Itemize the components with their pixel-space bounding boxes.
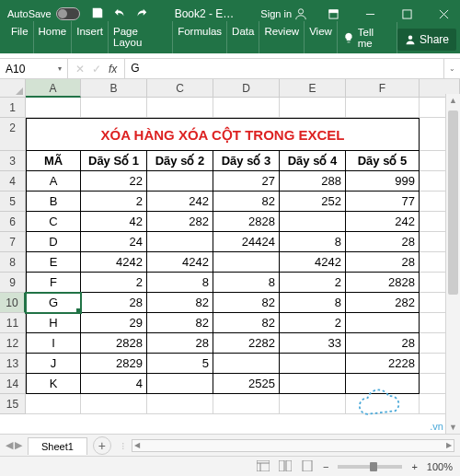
cell[interactable]: 8 bbox=[280, 232, 346, 252]
row-header[interactable]: 2 bbox=[0, 118, 26, 151]
cell[interactable]: 82 bbox=[213, 313, 280, 333]
row-header[interactable]: 6 bbox=[0, 212, 26, 232]
enter-icon[interactable]: ✓ bbox=[92, 63, 101, 75]
cell[interactable] bbox=[147, 171, 213, 192]
vertical-scrollbar[interactable] bbox=[445, 94, 460, 434]
autosave-toggle[interactable]: AutoSave bbox=[0, 7, 80, 20]
cell[interactable] bbox=[280, 212, 346, 232]
row-header[interactable]: 7 bbox=[0, 232, 26, 252]
row-header[interactable]: 9 bbox=[0, 273, 26, 293]
cell[interactable] bbox=[280, 394, 346, 414]
cell[interactable] bbox=[213, 394, 280, 414]
cell[interactable]: 22 bbox=[81, 171, 147, 192]
column-header[interactable]: C bbox=[147, 79, 213, 98]
cell[interactable]: 77 bbox=[346, 192, 420, 212]
cell[interactable]: 28 bbox=[346, 333, 420, 354]
cell[interactable]: D bbox=[26, 232, 81, 252]
cell[interactable] bbox=[147, 394, 213, 414]
select-all-corner[interactable] bbox=[0, 79, 26, 98]
cell[interactable] bbox=[346, 98, 420, 118]
cell[interactable]: MÃ bbox=[26, 151, 81, 171]
row-header[interactable]: 14 bbox=[0, 374, 26, 394]
cell[interactable]: 2828 bbox=[213, 212, 280, 232]
row-header[interactable]: 5 bbox=[0, 192, 26, 212]
column-header[interactable]: E bbox=[280, 79, 346, 98]
cell[interactable]: 28 bbox=[346, 232, 420, 252]
row-header[interactable]: 3 bbox=[0, 151, 26, 171]
cell[interactable]: Dãy số 5 bbox=[346, 151, 420, 171]
cell[interactable]: 29 bbox=[81, 313, 147, 333]
cell[interactable]: 2 bbox=[81, 192, 147, 212]
cell[interactable]: 282 bbox=[346, 293, 420, 313]
fx-icon[interactable]: fx bbox=[109, 63, 117, 75]
cell[interactable]: A bbox=[26, 171, 81, 192]
undo-icon[interactable] bbox=[113, 6, 126, 21]
cell[interactable] bbox=[213, 354, 280, 374]
cell[interactable]: G bbox=[26, 293, 81, 313]
cell[interactable]: 2828 bbox=[81, 333, 147, 354]
ribbon-tab-data[interactable]: Data bbox=[227, 21, 259, 53]
zoom-in-button[interactable]: + bbox=[411, 461, 417, 472]
row-header[interactable]: 10 bbox=[0, 293, 26, 313]
cell[interactable]: 282 bbox=[147, 212, 213, 232]
row-header[interactable]: 1 bbox=[0, 98, 26, 118]
ribbon-tab-view[interactable]: View bbox=[305, 21, 338, 53]
name-box[interactable]: A10 bbox=[0, 59, 68, 78]
cell[interactable]: F bbox=[26, 273, 81, 293]
column-header[interactable]: F bbox=[346, 79, 420, 98]
cell[interactable]: 2282 bbox=[213, 333, 280, 354]
cell[interactable]: E bbox=[26, 252, 81, 273]
save-icon[interactable] bbox=[91, 6, 104, 21]
cell[interactable]: 8 bbox=[147, 273, 213, 293]
cell[interactable]: 242 bbox=[346, 212, 420, 232]
row-header[interactable]: 12 bbox=[0, 333, 26, 354]
cell[interactable] bbox=[147, 232, 213, 252]
cell[interactable] bbox=[147, 98, 213, 118]
title-cell[interactable]: XÓA HÀNG XÓA CỘT TRONG EXCEL bbox=[26, 118, 420, 151]
cancel-icon[interactable]: ✕ bbox=[75, 63, 85, 75]
view-pagebreak-icon[interactable] bbox=[301, 460, 314, 473]
row-header[interactable]: 4 bbox=[0, 171, 26, 192]
column-header[interactable]: D bbox=[213, 79, 280, 98]
cell[interactable]: K bbox=[26, 374, 81, 394]
horizontal-scrollbar[interactable] bbox=[132, 439, 454, 452]
cell[interactable]: 2 bbox=[280, 313, 346, 333]
cell[interactable]: 8 bbox=[213, 273, 280, 293]
cell[interactable] bbox=[26, 98, 81, 118]
cell[interactable]: 42 bbox=[81, 212, 147, 232]
ribbon-tab-page[interactable]: Page Layou bbox=[109, 21, 173, 53]
cell[interactable]: 82 bbox=[147, 293, 213, 313]
ribbon-tab-formulas[interactable]: Formulas bbox=[173, 21, 227, 53]
cell[interactable] bbox=[81, 98, 147, 118]
cell[interactable]: 82 bbox=[213, 192, 280, 212]
row-header[interactable]: 11 bbox=[0, 313, 26, 333]
column-header[interactable]: B bbox=[81, 79, 147, 98]
share-button[interactable]: Share bbox=[397, 29, 456, 51]
sheet-tab[interactable]: Sheet1 bbox=[28, 437, 87, 455]
cell[interactable]: J bbox=[26, 354, 81, 374]
cell[interactable]: 4242 bbox=[81, 252, 147, 273]
cell[interactable] bbox=[280, 374, 346, 394]
cell[interactable] bbox=[346, 313, 420, 333]
cell[interactable]: 82 bbox=[213, 293, 280, 313]
cell[interactable]: 252 bbox=[280, 192, 346, 212]
zoom-out-button[interactable]: − bbox=[323, 461, 328, 472]
sheet-nav[interactable]: ◀▶ bbox=[0, 439, 28, 451]
cell[interactable]: B bbox=[26, 192, 81, 212]
cell[interactable]: 28 bbox=[81, 293, 147, 313]
redo-icon[interactable] bbox=[135, 6, 148, 21]
cell[interactable]: C bbox=[26, 212, 81, 232]
cell[interactable] bbox=[280, 354, 346, 374]
cell[interactable]: I bbox=[26, 333, 81, 354]
cell[interactable] bbox=[213, 98, 280, 118]
cell[interactable]: 28 bbox=[346, 252, 420, 273]
column-header[interactable]: A bbox=[26, 79, 81, 98]
worksheet-grid[interactable]: ABCDEF 12XÓA HÀNG XÓA CỘT TRONG EXCEL3MÃ… bbox=[0, 79, 460, 414]
ribbon-tab-home[interactable]: Home bbox=[34, 21, 73, 53]
cell[interactable] bbox=[81, 394, 147, 414]
cell[interactable]: 999 bbox=[346, 171, 420, 192]
close-button[interactable] bbox=[427, 0, 460, 28]
view-normal-icon[interactable] bbox=[257, 460, 270, 473]
signin-button[interactable]: Sign in bbox=[260, 7, 307, 20]
cell[interactable]: 5 bbox=[147, 354, 213, 374]
